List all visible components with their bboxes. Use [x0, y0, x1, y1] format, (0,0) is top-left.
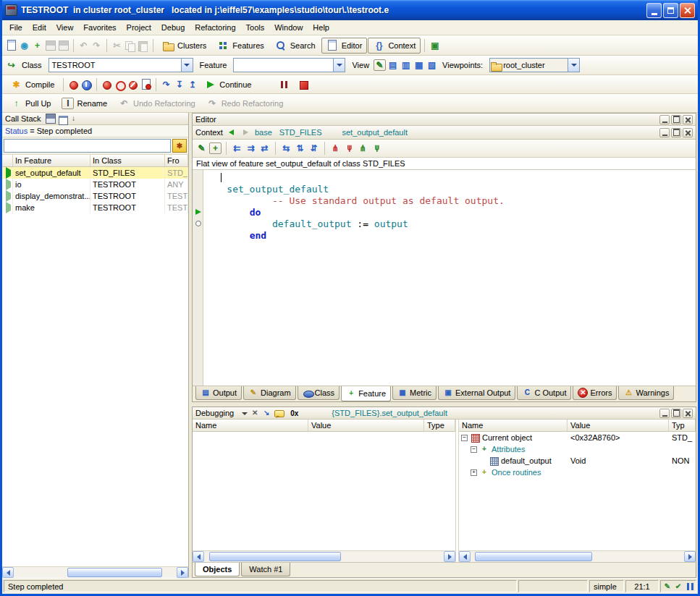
- feature-combo-dropdown[interactable]: [333, 59, 345, 72]
- exception-trace-button[interactable]: ✱: [172, 139, 187, 153]
- objects-table-hscrollbar-right-arrow[interactable]: [684, 551, 696, 562]
- breadcrumb-item[interactable]: base: [255, 128, 272, 137]
- editable-state-icon[interactable]: ✎: [662, 582, 672, 592]
- title-bar[interactable]: TESTROOT in cluster root_cluster located…: [2, 0, 698, 20]
- interface-view-icon[interactable]: ▧: [426, 59, 438, 71]
- objects-table-hscrollbar-track[interactable]: [471, 551, 684, 562]
- tab-metric[interactable]: ▦Metric: [392, 386, 437, 400]
- class-combo-dropdown[interactable]: [181, 59, 193, 72]
- step-out-icon[interactable]: ↥: [186, 79, 198, 90]
- tree-expander[interactable]: −: [461, 435, 468, 441]
- compile-button[interactable]: ✱Compile: [5, 77, 59, 93]
- context-toggle-button[interactable]: {}Context: [368, 38, 421, 54]
- enable-breakpoints-icon[interactable]: [101, 79, 113, 90]
- history-forward-button[interactable]: [240, 127, 252, 138]
- call-stack-row[interactable]: set_output_defaultSTD_FILESSTD_: [2, 167, 188, 179]
- breadcrumb-item[interactable]: STD_FILES: [279, 128, 322, 137]
- column-header[interactable]: In Class: [90, 155, 165, 166]
- features-button[interactable]: Features: [212, 38, 269, 54]
- save-all-icon[interactable]: [57, 40, 69, 51]
- tab-diagram[interactable]: ✎Diagram: [243, 386, 296, 400]
- close-button[interactable]: [680, 3, 695, 18]
- gutter-cell[interactable]: [193, 221, 204, 226]
- panel-minimize-button[interactable]: [659, 128, 670, 137]
- panel-maximize-button[interactable]: [671, 128, 681, 137]
- tree-expander[interactable]: −: [471, 446, 477, 453]
- notes-icon[interactable]: [273, 408, 283, 418]
- minimize-call-stack-icon[interactable]: ↓: [69, 114, 79, 124]
- undo-refactoring-button[interactable]: ↶Undo Refactoring: [113, 95, 201, 111]
- copy-icon[interactable]: [124, 40, 136, 51]
- call-stack-row[interactable]: display_demonstrat...TESTROOTTEST: [2, 190, 188, 202]
- column-header[interactable]: Type: [424, 420, 455, 431]
- clusters-button[interactable]: Clusters: [157, 38, 211, 54]
- column-header[interactable]: Typ: [669, 420, 696, 431]
- editor-view-icon[interactable]: ✎: [374, 59, 386, 71]
- float-call-stack-icon[interactable]: [57, 114, 67, 124]
- object-tree-row[interactable]: −Current object<0x32A8760>STD_: [459, 432, 696, 443]
- menu-item-project[interactable]: Project: [122, 21, 156, 34]
- pause-icon[interactable]: [278, 79, 290, 90]
- step-into-icon[interactable]: ↧: [173, 79, 185, 90]
- editor-toggle-button[interactable]: Editor: [321, 38, 368, 54]
- call-stack-hscrollbar-track[interactable]: [14, 567, 177, 578]
- viewpoints-combo[interactable]: root_cluster: [489, 58, 580, 72]
- menu-item-tools[interactable]: Tools: [241, 21, 270, 34]
- ancestors-icon[interactable]: ⋔: [329, 142, 342, 154]
- call-stack-hscrollbar[interactable]: [2, 566, 188, 578]
- call-stack-hscrollbar-left-arrow[interactable]: [2, 567, 14, 578]
- panel-minimize-button[interactable]: [659, 115, 670, 124]
- redo-icon[interactable]: ↷: [90, 40, 103, 51]
- tab-output[interactable]: ▤Output: [195, 386, 242, 400]
- menu-item-debug[interactable]: Debug: [156, 21, 190, 34]
- open-icon[interactable]: ◉: [18, 40, 30, 51]
- pull-up-button[interactable]: ↑Pull Up: [5, 95, 56, 111]
- history-back-button[interactable]: [226, 127, 237, 138]
- search-button[interactable]: Search: [270, 38, 321, 54]
- objects-table-hscrollbar-thumb[interactable]: [475, 552, 592, 561]
- watch-table-hscrollbar-track[interactable]: [204, 551, 444, 562]
- assigners-icon[interactable]: ⇄: [258, 142, 271, 154]
- object-tree-row[interactable]: −+Attributes: [459, 443, 696, 455]
- watch-table-hscrollbar[interactable]: [193, 550, 455, 562]
- debugger-paused-icon[interactable]: [684, 582, 694, 592]
- homonyms-icon[interactable]: ⇵: [308, 142, 320, 154]
- code-editor[interactable]: set_output_default -- Use standard outpu…: [193, 170, 696, 386]
- stop-icon[interactable]: [298, 79, 310, 90]
- watch-table-hscrollbar-thumb[interactable]: [209, 552, 341, 561]
- panel-maximize-button[interactable]: [671, 409, 681, 418]
- menu-item-window[interactable]: Window: [269, 21, 308, 34]
- panel-close-button[interactable]: [683, 128, 693, 137]
- attach-icon[interactable]: ↘: [261, 408, 271, 418]
- column-header[interactable]: In Feature: [13, 155, 90, 166]
- continue-button[interactable]: Continue: [199, 77, 256, 93]
- save-call-stack-icon[interactable]: [46, 114, 56, 124]
- call-stack-hscrollbar-thumb[interactable]: [67, 568, 162, 577]
- panel-minimize-button[interactable]: [659, 409, 670, 418]
- object-tree-row[interactable]: default_outputVoidNON: [459, 455, 696, 467]
- breadcrumb-item[interactable]: set_output_default: [342, 128, 408, 137]
- disable-breakpoints-icon[interactable]: [114, 79, 126, 90]
- breakpoint-slot-icon[interactable]: [195, 221, 201, 226]
- call-stack-row[interactable]: ioTESTROOTANY: [2, 179, 188, 190]
- breakpoints-list-icon[interactable]: [140, 79, 152, 90]
- undo-icon[interactable]: ↶: [77, 40, 90, 51]
- menu-item-refactoring[interactable]: Refactoring: [190, 21, 240, 34]
- call-stack-input[interactable]: [4, 139, 171, 153]
- tab-class[interactable]: Class: [298, 386, 340, 400]
- redo-refactoring-button[interactable]: ↷Redo Refactoring: [201, 95, 289, 111]
- gutter-cell[interactable]: [193, 209, 204, 215]
- objects-table-hscrollbar-left-arrow[interactable]: [459, 551, 471, 562]
- clickable-view-icon[interactable]: ▥: [400, 59, 412, 71]
- retarget-icon[interactable]: ↪: [5, 59, 17, 71]
- maximize-button[interactable]: [663, 3, 678, 18]
- suppliers-icon[interactable]: ⋔: [371, 142, 383, 154]
- watch-table-hscrollbar-left-arrow[interactable]: [193, 551, 204, 562]
- callees-icon[interactable]: ⇉: [245, 142, 257, 154]
- menu-item-file[interactable]: File: [4, 21, 28, 34]
- exception-handling-icon[interactable]: [67, 79, 80, 90]
- menu-item-help[interactable]: Help: [308, 21, 334, 34]
- new-item-icon[interactable]: +: [31, 40, 43, 51]
- call-stack-hscrollbar-right-arrow[interactable]: [177, 567, 188, 578]
- object-tree-row[interactable]: ++Once routines: [459, 467, 696, 478]
